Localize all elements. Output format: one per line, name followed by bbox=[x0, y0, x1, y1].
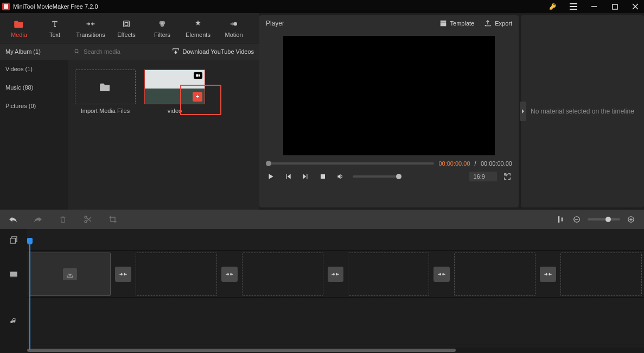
clip-slot[interactable] bbox=[29, 253, 111, 296]
volume-slider[interactable] bbox=[353, 175, 401, 178]
zoom-slider[interactable] bbox=[588, 218, 620, 220]
album-item-pictures[interactable]: Pictures (0) bbox=[0, 97, 68, 115]
clip-slot[interactable] bbox=[348, 253, 429, 296]
svg-rect-32 bbox=[10, 276, 17, 277]
media-clip-video[interactable]: + bbox=[144, 70, 205, 104]
video-track[interactable] bbox=[27, 251, 644, 298]
folder-icon bbox=[99, 82, 111, 92]
zoom-in-button[interactable] bbox=[626, 214, 636, 225]
timeline-tracks[interactable] bbox=[27, 229, 644, 353]
player-scrubber[interactable] bbox=[266, 162, 434, 165]
svg-point-21 bbox=[85, 220, 87, 223]
search-input[interactable] bbox=[84, 48, 149, 55]
zoom-out-button[interactable] bbox=[571, 214, 582, 225]
add-to-timeline-button[interactable]: + bbox=[193, 92, 202, 102]
elements-icon bbox=[194, 18, 202, 29]
play-button[interactable] bbox=[266, 172, 276, 181]
svg-rect-0 bbox=[4, 4, 8, 9]
close-button[interactable] bbox=[629, 0, 642, 13]
fullscreen-button[interactable] bbox=[502, 172, 512, 181]
search-wrap bbox=[74, 48, 168, 55]
transition-slot[interactable] bbox=[221, 267, 238, 282]
tab-filters[interactable]: Filters bbox=[144, 18, 180, 38]
aspect-ratio-select[interactable]: 16:9 bbox=[469, 172, 497, 181]
transition-slot[interactable] bbox=[328, 267, 344, 282]
clip-slot[interactable] bbox=[242, 253, 323, 296]
transition-slot[interactable] bbox=[540, 267, 556, 282]
album-header[interactable]: My Album (1) bbox=[0, 43, 68, 60]
tab-media[interactable]: Media bbox=[1, 18, 37, 38]
minimize-button[interactable] bbox=[588, 0, 601, 13]
time-current: 00:00:00.00 bbox=[438, 160, 470, 167]
menu-icon[interactable] bbox=[567, 0, 580, 13]
player-viewport[interactable] bbox=[283, 36, 495, 155]
tab-label: Motion bbox=[225, 31, 243, 38]
timeline-ruler[interactable] bbox=[27, 229, 644, 251]
scrubber-handle[interactable] bbox=[266, 161, 271, 166]
svg-rect-18 bbox=[196, 74, 199, 77]
playhead[interactable] bbox=[29, 241, 30, 350]
media-clip-label: video bbox=[168, 108, 182, 114]
stop-button[interactable] bbox=[318, 172, 328, 181]
tab-label: Text bbox=[49, 31, 60, 38]
audio-track-toggle[interactable] bbox=[555, 214, 566, 225]
timeline-toolbar bbox=[0, 210, 644, 229]
zoom-handle[interactable] bbox=[605, 217, 611, 222]
tab-transitions[interactable]: Transitions bbox=[73, 18, 109, 38]
album-item-music[interactable]: Music (88) bbox=[0, 78, 68, 97]
audio-track[interactable] bbox=[27, 298, 644, 344]
app-logo bbox=[2, 3, 10, 10]
undo-button[interactable] bbox=[8, 214, 18, 225]
export-button[interactable]: Export bbox=[484, 20, 512, 27]
crop-button[interactable] bbox=[107, 214, 118, 225]
volume-handle[interactable] bbox=[396, 174, 401, 179]
svg-rect-5 bbox=[613, 4, 617, 9]
album-sidebar: My Album (1) Videos (1) Music (88) Pictu… bbox=[0, 43, 68, 210]
app-title: MiniTool MovieMaker Free 7.2.0 bbox=[13, 3, 546, 10]
maximize-button[interactable] bbox=[608, 0, 621, 13]
transitions-icon bbox=[86, 18, 95, 29]
filters-icon bbox=[158, 18, 167, 29]
template-icon bbox=[439, 20, 447, 27]
folder-icon bbox=[14, 18, 24, 29]
volume-button[interactable] bbox=[335, 172, 345, 181]
clip-slot[interactable] bbox=[136, 253, 217, 296]
svg-rect-30 bbox=[10, 272, 17, 276]
transition-slot[interactable] bbox=[115, 267, 131, 282]
template-button[interactable]: Template bbox=[439, 20, 475, 27]
svg-rect-22 bbox=[558, 216, 559, 223]
clip-slot[interactable] bbox=[454, 253, 535, 296]
expand-properties-button[interactable] bbox=[520, 102, 526, 121]
transition-slot[interactable] bbox=[433, 267, 450, 282]
tab-label: Elements bbox=[186, 31, 211, 38]
split-button[interactable] bbox=[82, 214, 93, 225]
download-youtube-link[interactable]: Download YouTube Videos bbox=[172, 48, 254, 55]
prev-frame-button[interactable] bbox=[283, 172, 293, 181]
import-media-label: Import Media Files bbox=[81, 108, 130, 114]
timeline-scrollbar[interactable] bbox=[27, 348, 644, 353]
scrollbar-thumb[interactable] bbox=[27, 349, 456, 352]
time-total: 00:00:00.00 bbox=[481, 160, 512, 167]
aspect-label: 16:9 bbox=[474, 173, 485, 180]
import-media-tile[interactable] bbox=[75, 70, 136, 104]
playhead-handle[interactable] bbox=[27, 238, 33, 244]
redo-button[interactable] bbox=[33, 214, 43, 225]
tab-effects[interactable]: Effects bbox=[109, 18, 144, 38]
tab-elements[interactable]: Elements bbox=[180, 18, 216, 38]
album-item-videos[interactable]: Videos (1) bbox=[0, 60, 68, 78]
tab-label: Media bbox=[11, 31, 27, 38]
tab-motion[interactable]: Motion bbox=[216, 18, 252, 38]
delete-button[interactable] bbox=[58, 214, 68, 225]
tab-text[interactable]: Text bbox=[37, 18, 73, 38]
player-panel: Player Template Export 00:00:00.00 / 00:… bbox=[259, 15, 519, 207]
add-track-button[interactable] bbox=[0, 229, 27, 251]
titlebar: MiniTool MovieMaker Free 7.2.0 bbox=[0, 0, 644, 13]
clip-slot[interactable] bbox=[560, 253, 642, 296]
next-frame-button[interactable] bbox=[301, 172, 310, 181]
svg-point-16 bbox=[75, 49, 78, 53]
svg-point-12 bbox=[161, 23, 164, 27]
svg-rect-29 bbox=[10, 238, 15, 243]
license-key-icon[interactable] bbox=[546, 0, 559, 13]
tab-label: Filters bbox=[154, 31, 170, 38]
audio-track-icon bbox=[0, 298, 27, 344]
